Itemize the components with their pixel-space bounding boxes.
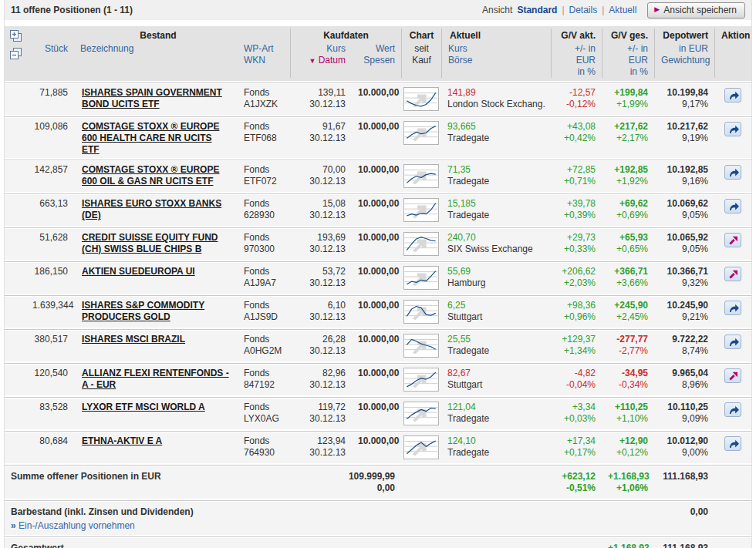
buy-value: 10.000,00 — [358, 198, 395, 210]
position-name-link[interactable]: COMSTAGE STOXX ® EUROPE 600 OIL & GAS NR… — [82, 164, 219, 187]
action-button[interactable] — [724, 301, 741, 315]
weight-value: 8,96% — [660, 379, 708, 391]
weight-value: 9,17% — [660, 99, 708, 110]
table-row: 71,885 ISHARES SPAIN GOVERNMENT BOND UCI… — [5, 84, 751, 115]
watermark-arrow-icon — [413, 307, 427, 320]
exchange-value: Tradegate — [447, 413, 545, 425]
mini-chart[interactable] — [403, 266, 439, 290]
table-body: 71,885 ISHARES SPAIN GOVERNMENT BOND UCI… — [5, 81, 751, 463]
action-button[interactable] — [724, 233, 741, 247]
gv-akt-pct-value: +0,17% — [557, 447, 596, 459]
buy-date-value: 30.12.13 — [296, 345, 346, 357]
group-header-aktion: Aktion — [714, 29, 751, 43]
view-link-details[interactable]: Details — [569, 5, 598, 15]
group-header-bestand: Bestand — [26, 29, 290, 43]
position-name-link[interactable]: COMSTAGE STOXX ® EUROPE 600 HEALTH CARE … — [82, 121, 219, 155]
position-name-link[interactable]: ISHARES SPAIN GOVERNMENT BOND UCITS ETF — [82, 87, 222, 109]
gv-akt-eur-value: -12,57 — [557, 87, 596, 99]
mini-chart[interactable] — [403, 368, 439, 392]
mini-chart[interactable] — [403, 435, 439, 459]
action-button[interactable] — [724, 368, 741, 383]
wkn-value: ETF068 — [244, 133, 284, 144]
summary-section: Summe offener Positionen in EUR 109.999,… — [5, 463, 751, 548]
position-name-link[interactable]: ALLIANZ FLEXI RENTENFONDS - A - EUR — [82, 368, 229, 390]
action-button[interactable] — [724, 199, 741, 213]
gv-akt-eur-value: +3,34 — [557, 402, 596, 413]
wkn-value: 970300 — [244, 244, 284, 255]
order-forward-arrow-icon — [727, 336, 740, 348]
buy-value: 10.000,00 — [358, 266, 395, 277]
wp-art-value: Fonds — [244, 402, 284, 413]
deposit-withdraw-link[interactable]: Ein-/Auszahlung vornehmen — [19, 520, 135, 531]
position-name-link[interactable]: ETHNA-AKTIV E A — [82, 435, 162, 446]
current-price-value: 55,69 — [447, 266, 545, 277]
weight-value: 9,21% — [660, 311, 708, 323]
table-row: 109,086 COMSTAGE STOXX ® EUROPE 600 HEAL… — [5, 118, 751, 158]
watermark-arrow-icon — [413, 205, 427, 218]
gv-akt-pct-value: +0,71% — [557, 176, 596, 187]
gv-ges-pct-value: +1,10% — [608, 413, 648, 425]
buy-value: 10.000,00 — [358, 164, 395, 176]
gv-ges-eur-value: -34,95 — [608, 368, 648, 379]
title-bar: 11 offene Positionen (1 - 11) Ansicht St… — [5, 0, 751, 20]
buy-value: 10.000,00 — [358, 435, 395, 447]
action-button[interactable] — [724, 335, 741, 349]
col-header-boerse: Börse — [448, 55, 545, 66]
view-link-standard[interactable]: Standard — [517, 5, 557, 15]
cash-balance-label: Barbestand (inkl. Zinsen und Dividenden) — [11, 506, 545, 518]
mini-chart[interactable] — [403, 402, 439, 425]
sort-desc-icon: ▼ — [309, 57, 316, 65]
mini-chart[interactable] — [403, 121, 439, 145]
mini-chart[interactable] — [403, 232, 439, 256]
group-header-aktuell: Aktuell — [441, 29, 551, 43]
action-button[interactable] — [724, 402, 741, 417]
position-name-link[interactable]: ISHARES S&P COMMODITY PRODUCERS GOLD — [82, 300, 204, 322]
exchange-value: Tradegate — [447, 133, 545, 144]
watermark-arrow-icon — [413, 273, 427, 286]
position-name-link[interactable]: ISHARES MSCI BRAZIL — [82, 334, 185, 345]
gv-ges-eur-value: +217,62 — [608, 121, 648, 133]
action-button[interactable] — [724, 122, 741, 136]
gv-akt-eur-value: +206,62 — [557, 266, 596, 277]
mini-chart[interactable] — [403, 300, 439, 324]
depot-value: 10.366,71 — [660, 266, 708, 277]
mini-chart[interactable] — [403, 198, 439, 222]
action-button[interactable] — [724, 165, 741, 180]
depot-value: 9.722,22 — [660, 334, 708, 345]
sum-gv-ges-eur-value: +1.168,93 — [608, 471, 648, 482]
gv-akt-pct-value: +0,33% — [557, 244, 596, 255]
action-button[interactable] — [724, 267, 741, 281]
exchange-value: Hamburg — [447, 277, 545, 289]
collapse-all-icon[interactable] — [10, 48, 22, 60]
mini-chart[interactable] — [403, 334, 439, 358]
weight-value: 9,00% — [660, 447, 708, 459]
position-name-link[interactable]: ISHARES EURO STOXX BANKS (DE) — [82, 198, 221, 220]
position-name-link[interactable]: CREDIT SUISSE EQUITY FUND (CH) SWISS BLU… — [82, 232, 218, 254]
wp-art-value: Fonds — [244, 435, 284, 447]
action-button[interactable] — [724, 436, 741, 451]
gv-akt-eur-value: +129,37 — [557, 334, 596, 345]
shares-value: 186,150 — [26, 266, 74, 291]
view-label: Ansicht — [482, 5, 512, 15]
buy-value: 10.000,00 — [358, 232, 395, 244]
position-name-link[interactable]: LYXOR ETF MSCI WORLD A — [82, 402, 205, 412]
col-header-wp-art: WP-Art — [244, 43, 284, 55]
exchange-value: Stuttgart — [447, 311, 545, 323]
view-link-aktuell[interactable]: Aktuell — [609, 5, 636, 15]
weight-value: 9,05% — [660, 244, 708, 255]
position-name-link[interactable]: AKTIEN SUEDEUROPA UI — [82, 266, 195, 277]
gv-akt-pct-value: +2,03% — [557, 277, 596, 289]
expand-all-icon[interactable] — [10, 30, 22, 42]
shares-value: 83,528 — [26, 402, 74, 427]
mini-chart[interactable] — [403, 87, 439, 111]
total-depot-value: 111.168,93 — [660, 543, 708, 548]
action-button[interactable] — [724, 88, 741, 103]
table-row: 120,540 ALLIANZ FLEXI RENTENFONDS - A - … — [5, 365, 751, 395]
save-view-button[interactable]: ▶ Ansicht speichern — [647, 2, 745, 18]
col-header-gewichtung: Gewichtung — [661, 55, 708, 66]
sort-by-datum[interactable]: ▼ Datum — [297, 55, 346, 67]
weight-value: 9,16% — [660, 176, 708, 187]
watermark-arrow-icon — [413, 128, 427, 141]
exchange-value: Tradegate — [447, 345, 545, 357]
mini-chart[interactable] — [403, 164, 439, 188]
